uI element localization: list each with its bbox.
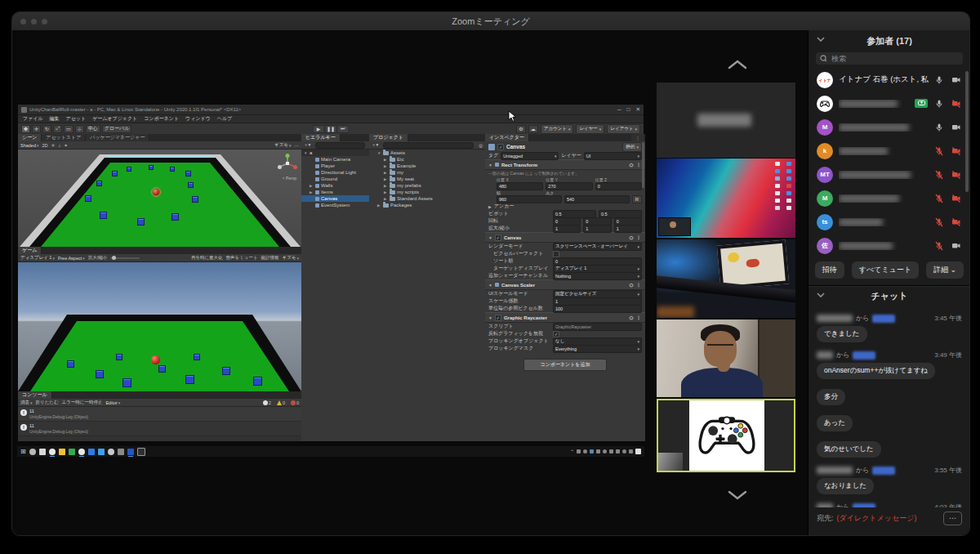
project-folder[interactable]: ▶Etc xyxy=(369,156,485,163)
console-target-dropdown[interactable]: Editor xyxy=(105,400,120,405)
services-gear-icon[interactable]: ⚙ xyxy=(516,125,525,133)
hierarchy-item[interactable]: Ground xyxy=(301,176,369,182)
space-toggle[interactable]: グローバル xyxy=(102,125,132,133)
rect-tool-icon[interactable]: ▭ xyxy=(64,125,74,133)
hierarchy-search-input[interactable] xyxy=(315,142,365,149)
persp-label[interactable]: < Persp xyxy=(283,176,296,181)
participant-row[interactable]: イトナ イトナブ 石巻 (ホスト, 私) xyxy=(808,68,970,92)
tray-icon[interactable] xyxy=(609,449,613,453)
inspector-menu-icon[interactable]: ⋮ xyxy=(631,134,645,141)
scale-z-field[interactable]: 1 xyxy=(614,225,642,233)
active-checkbox[interactable]: ✓ xyxy=(497,144,504,150)
project-folder[interactable]: ▶Example xyxy=(369,163,485,169)
tab-asset-store[interactable]: アセットストア xyxy=(42,134,86,141)
invite-button[interactable]: 招待 xyxy=(815,261,844,279)
project-packages-row[interactable]: ▶Packages xyxy=(369,202,485,208)
tray-icon[interactable] xyxy=(577,449,581,453)
raw-edit-button[interactable]: R xyxy=(632,195,642,203)
hand-tool-icon[interactable]: ✥ xyxy=(21,125,30,133)
menu-gameobject[interactable]: ゲームオブジェクト xyxy=(92,115,137,123)
pos-z-field[interactable]: 0 xyxy=(595,182,642,190)
ignore-reversed-checkbox[interactable]: ✓ xyxy=(553,331,559,337)
tag-dropdown[interactable]: Untagged xyxy=(501,152,559,160)
component-gear-icon[interactable]: ⛭ ⋮ xyxy=(630,282,642,288)
participant-row[interactable]: k xyxy=(808,139,970,163)
scene-viewport[interactable]: < Persp xyxy=(18,150,301,247)
close-button[interactable] xyxy=(20,19,26,25)
rotate-tool-icon[interactable]: ↻ xyxy=(42,125,51,133)
taskbar-app-icon[interactable] xyxy=(69,449,75,455)
hierarchy-item[interactable]: Directional Light xyxy=(301,169,369,176)
project-search-input[interactable] xyxy=(383,142,474,149)
blocking-mask-dropdown[interactable]: Everything xyxy=(553,345,642,353)
script-field[interactable]: GraphicRaycaster xyxy=(553,323,642,331)
start-button-icon[interactable]: ⊞ xyxy=(20,449,26,455)
menu-file[interactable]: ファイル xyxy=(23,115,43,123)
tab-game[interactable]: ゲーム xyxy=(18,247,42,254)
scale-tool-icon[interactable]: ⤢ xyxy=(53,125,62,133)
taskbar-app-icon[interactable] xyxy=(118,449,124,455)
taskbar-app-icon[interactable] xyxy=(127,449,134,455)
transform-tool-icon[interactable]: ⊹ xyxy=(75,125,84,133)
browser-icon[interactable] xyxy=(49,449,56,455)
menu-window[interactable]: ウィンドウ xyxy=(185,115,211,123)
video-tile-screen-share[interactable] xyxy=(657,159,795,238)
pos-y-field[interactable]: 270 xyxy=(546,182,592,190)
unity-maximize-icon[interactable]: □ xyxy=(627,106,630,113)
unity-editor-window[interactable]: UnityChanBallRoll-master - a - PC, Mac &… xyxy=(17,104,644,442)
video-tile-active-speaker[interactable] xyxy=(657,399,795,472)
rect-transform-header[interactable]: ▼Rect Transform⛭ ⋮ xyxy=(485,159,645,170)
display-dropdown[interactable]: ディスプレイ 1 xyxy=(20,255,55,261)
pixel-perfect-checkbox[interactable] xyxy=(553,251,559,257)
unity-close-icon[interactable]: ✕ xyxy=(636,106,640,113)
component-enabled-checkbox[interactable]: ✓ xyxy=(495,315,501,321)
tab-project[interactable]: プロジェクト xyxy=(369,134,408,141)
console-log-entry[interactable]: ! 11UnityEngine.Debug:Log (Object) xyxy=(18,422,301,436)
component-gear-icon[interactable]: ⛭ ⋮ xyxy=(630,315,642,321)
pivot-toggle[interactable]: 中心 xyxy=(86,125,100,133)
lighting-toggle-icon[interactable]: ☀ xyxy=(51,143,56,148)
explorer-icon[interactable] xyxy=(59,449,65,455)
warning-count-badge[interactable]: 0 xyxy=(277,400,285,405)
play-button-icon[interactable]: ▶ xyxy=(313,125,325,133)
error-count-badge[interactable]: 0 xyxy=(291,400,299,405)
hierarchy-item[interactable]: Player xyxy=(301,163,369,169)
aspect-dropdown[interactable]: Free Aspect xyxy=(58,256,85,261)
console-clear-button[interactable]: 消去 xyxy=(20,400,33,405)
static-dropdown[interactable]: 静的 xyxy=(622,142,642,152)
hierarchy-item[interactable]: EventSystem xyxy=(301,202,369,208)
component-gear-icon[interactable]: ⛭ ⋮ xyxy=(630,162,642,168)
chat-more-button[interactable]: ⋯ xyxy=(943,512,962,525)
project-add-button[interactable]: ＋▾ xyxy=(372,142,378,148)
project-folder[interactable]: ▶my prefabs xyxy=(369,182,485,189)
2d-toggle[interactable]: 2D xyxy=(42,143,47,148)
anchors-foldout[interactable]: アンカー xyxy=(494,203,514,210)
tray-icon[interactable] xyxy=(629,449,633,453)
participant-row[interactable]: M xyxy=(808,115,970,139)
search-input[interactable] xyxy=(830,54,959,64)
inspector-scrollbar[interactable] xyxy=(642,142,644,188)
tray-icon[interactable] xyxy=(596,449,600,453)
video-tile-desk-setup[interactable] xyxy=(657,239,795,318)
tab-hierarchy[interactable]: ヒエラルキー xyxy=(301,134,341,141)
unity-taskbar-icon[interactable] xyxy=(137,448,145,456)
tab-scene[interactable]: シーン xyxy=(18,134,42,141)
taskbar-app-icon[interactable] xyxy=(78,449,85,455)
participants-search[interactable] xyxy=(816,52,963,65)
tray-icon[interactable] xyxy=(616,449,620,453)
hierarchy-item[interactable]: ▶Walls xyxy=(301,182,369,189)
scene-gizmos-dropdown[interactable]: ギズモ xyxy=(274,142,291,148)
notification-icon[interactable] xyxy=(635,449,641,454)
minimize-button[interactable] xyxy=(31,19,37,25)
video-tile-name-hidden[interactable] xyxy=(657,83,795,158)
info-count-badge[interactable]: 2 xyxy=(263,400,271,405)
component-gear-icon[interactable]: ⛭ ⋮ xyxy=(630,235,642,241)
scale-y-field[interactable]: 1 xyxy=(583,225,611,233)
tray-icon[interactable] xyxy=(583,449,587,453)
more-button[interactable]: 詳細 ⌄ xyxy=(926,261,964,279)
participant-row[interactable]: MT xyxy=(808,163,970,186)
layer-dropdown[interactable]: UI xyxy=(584,152,642,160)
tab-package-manager[interactable]: パッケージマネージャー xyxy=(86,134,149,141)
reference-ppu-field[interactable]: 100 xyxy=(553,305,642,313)
tray-chevron-icon[interactable]: ⌃ xyxy=(570,449,574,455)
